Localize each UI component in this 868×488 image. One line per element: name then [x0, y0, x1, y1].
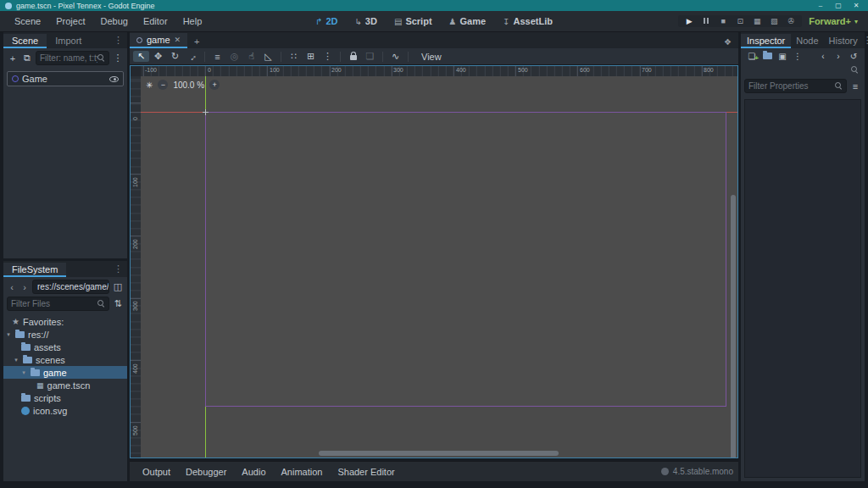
scene-root-icon: [136, 37, 142, 43]
tab-import[interactable]: Import: [47, 34, 90, 48]
property-filter-input[interactable]: [748, 81, 835, 91]
bottom-tab-shader-editor[interactable]: Shader Editor: [330, 467, 402, 477]
maximize-button[interactable]: ▢: [832, 2, 845, 9]
tab-inspector[interactable]: Inspector: [741, 34, 791, 48]
menu-help[interactable]: Help: [175, 16, 210, 26]
tree-item-icon-svg[interactable]: icon.svg: [3, 404, 127, 417]
view-menu[interactable]: View: [413, 52, 450, 62]
property-filter-options-icon[interactable]: ≡: [849, 81, 861, 92]
new-scene-tab-button[interactable]: +: [187, 36, 206, 48]
scene-panel-menu-icon[interactable]: ⋮: [114, 35, 127, 48]
smart-snap-button[interactable]: ∷: [286, 51, 302, 62]
pan-tool-button[interactable]: ☝: [243, 51, 259, 62]
history-back-button[interactable]: ‹: [816, 52, 830, 61]
bottom-tab-audio[interactable]: Audio: [234, 467, 273, 477]
ruler-label: 500: [132, 425, 138, 435]
close-button[interactable]: ✕: [849, 2, 863, 9]
tree-item-res[interactable]: ▾ res://: [3, 328, 127, 341]
close-tab-icon[interactable]: ✕: [175, 36, 181, 44]
tree-item-favorites[interactable]: ★ Favorites:: [3, 315, 127, 328]
group-node-button[interactable]: ❏: [362, 51, 378, 62]
tab-node[interactable]: Node: [791, 34, 823, 48]
zoom-out-button[interactable]: −: [158, 80, 168, 90]
current-path-field[interactable]: res://scenes/game/: [32, 280, 109, 294]
tree-item-assets[interactable]: assets: [3, 341, 127, 353]
2d-viewport[interactable]: -100 0 100 200 300 400 500 600 700 800 0…: [130, 65, 738, 458]
pause-button[interactable]: [698, 17, 714, 25]
tab-history[interactable]: History: [824, 34, 863, 48]
snap-options-icon[interactable]: ⋮: [320, 51, 336, 62]
rotate-tool-button[interactable]: ↻: [167, 51, 183, 62]
workspace-3d[interactable]: ↳ 3D: [348, 14, 383, 28]
scale-tool-button[interactable]: ↔: [183, 47, 202, 66]
menu-project[interactable]: Project: [48, 16, 92, 26]
history-forward-button[interactable]: ›: [832, 52, 845, 61]
canvas-area[interactable]: ✳ − 100.0 % +: [141, 76, 737, 458]
vertical-scrollbar[interactable]: [731, 195, 736, 458]
tab-scene[interactable]: Scene: [3, 34, 47, 48]
center-view-icon[interactable]: ✳: [146, 80, 153, 90]
window-title: game.tscn - Pixel Tennex - Godot Engine: [16, 2, 154, 10]
visibility-eye-icon[interactable]: [109, 76, 119, 82]
menu-editor[interactable]: Editor: [136, 16, 175, 26]
zoom-in-button[interactable]: +: [209, 80, 220, 90]
menu-debug[interactable]: Debug: [92, 16, 135, 26]
expand-viewport-icon[interactable]: ❖: [724, 37, 738, 48]
version-info[interactable]: 4.5.stable.mono: [661, 467, 733, 476]
add-node-button[interactable]: +: [7, 53, 19, 64]
workspace-game[interactable]: ♟ Game: [442, 14, 493, 28]
nav-back-button[interactable]: ‹: [7, 282, 17, 292]
bottom-tab-debugger[interactable]: Debugger: [178, 467, 234, 477]
new-resource-button[interactable]: ❏ +: [745, 52, 759, 61]
play-button[interactable]: ▶: [682, 17, 697, 25]
scene-tab-game[interactable]: game ✕: [130, 33, 187, 48]
sort-files-button[interactable]: ⇅: [112, 298, 124, 309]
tree-item-game[interactable]: ▾ game: [3, 366, 127, 379]
tree-item-scripts[interactable]: scripts: [3, 391, 127, 404]
movie-maker-button[interactable]: ✇: [783, 17, 798, 25]
filesystem-panel-menu-icon[interactable]: ⋮: [114, 263, 127, 277]
split-view-button[interactable]: ◫: [112, 281, 124, 292]
chevron-down-icon[interactable]: ▾: [20, 369, 27, 376]
chevron-down-icon[interactable]: ▾: [5, 331, 12, 338]
horizontal-scrollbar[interactable]: [319, 451, 559, 456]
load-resource-button[interactable]: [760, 52, 774, 61]
select-tool-button[interactable]: ↖: [133, 51, 149, 62]
workspace-script[interactable]: ▤ Script: [387, 14, 439, 28]
bottom-tab-output[interactable]: Output: [135, 467, 178, 477]
workspace-assetlib[interactable]: ↧ AssetLib: [496, 14, 559, 28]
resource-options-icon[interactable]: ⋮: [791, 52, 804, 61]
pivot-tool-button[interactable]: ◎: [226, 51, 242, 62]
renderer-selector[interactable]: Forward+ ▾: [809, 16, 861, 26]
move-tool-button[interactable]: ✥: [150, 51, 166, 62]
zoom-level[interactable]: 100.0 %: [173, 80, 204, 90]
tree-item-game-tscn[interactable]: ▦ game.tscn: [3, 379, 127, 391]
lock-node-button[interactable]: [345, 52, 361, 62]
tree-item-scenes[interactable]: ▾ scenes: [3, 353, 127, 366]
stop-button[interactable]: ■: [715, 17, 731, 25]
search-docs-icon[interactable]: [851, 66, 859, 74]
menu-scene[interactable]: Scene: [7, 16, 48, 26]
play-custom-scene-button[interactable]: ▧: [766, 17, 782, 25]
file-filter-input[interactable]: [11, 299, 97, 308]
tab-filesystem[interactable]: FileSystem: [3, 263, 66, 277]
play-editor-button[interactable]: ⊡: [732, 17, 748, 25]
scene-node-game[interactable]: Game: [7, 71, 124, 86]
bottom-tab-animation[interactable]: Animation: [274, 467, 331, 477]
skeleton-options-button[interactable]: ∿: [387, 51, 403, 62]
instance-scene-button[interactable]: ⧉: [21, 53, 33, 64]
chevron-down-icon[interactable]: ▾: [13, 357, 19, 363]
ruler-tool-button[interactable]: ◺: [260, 51, 276, 62]
nav-forward-button[interactable]: ›: [19, 282, 30, 292]
grid-snap-button[interactable]: ⊞: [303, 51, 319, 62]
object-history-button[interactable]: ↺: [847, 52, 860, 61]
inspector-doc-row: [741, 63, 865, 79]
minimize-button[interactable]: –: [814, 2, 827, 9]
list-select-button[interactable]: ≡: [209, 52, 225, 62]
inspector-menu-icon[interactable]: ⋮: [863, 35, 868, 48]
play-scene-button[interactable]: ▦: [749, 17, 765, 25]
scene-tree-menu-icon[interactable]: ⋮: [112, 53, 124, 64]
workspace-2d[interactable]: ↱ 2D: [309, 14, 344, 28]
save-resource-button[interactable]: ▣: [776, 52, 789, 61]
scene-filter-input[interactable]: [40, 53, 97, 63]
